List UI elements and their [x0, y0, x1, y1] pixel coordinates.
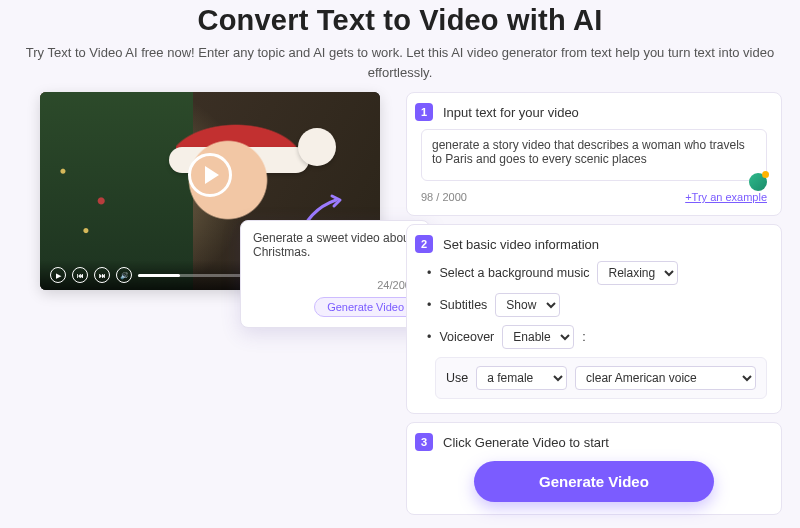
tooltip-generate-button[interactable]: Generate Video [314, 297, 417, 317]
subtitles-select[interactable]: Show [495, 293, 560, 317]
step1-panel: 1 Input text for your video 98 / 2000 +T… [406, 92, 782, 216]
voice-config-row: Use a female clear American voice [435, 357, 767, 399]
page-subtitle: Try Text to Video AI free now! Enter any… [10, 43, 790, 82]
rewind-icon[interactable]: ⏮ [72, 267, 88, 283]
tooltip-counter: 24/2000 [253, 279, 417, 291]
voiceover-colon: : [582, 330, 585, 344]
preview-column: ▶ ⏮ ⏭ 🔊 Generate a sweet video about Chr… [40, 92, 380, 515]
generate-video-button[interactable]: Generate Video [474, 461, 714, 502]
voiceover-select[interactable]: Enable [502, 325, 574, 349]
voice-gender-select[interactable]: a female [476, 366, 567, 390]
forward-icon[interactable]: ⏭ [94, 267, 110, 283]
voiceover-label: Voiceover [439, 330, 494, 344]
ai-avatar-icon [749, 173, 767, 191]
step3-panel: 3 Click Generate Video to start Generate… [406, 422, 782, 515]
prompt-input[interactable] [421, 129, 767, 181]
step3-label: Click Generate Video to start [443, 435, 609, 450]
voice-accent-select[interactable]: clear American voice [575, 366, 756, 390]
use-label: Use [446, 371, 468, 385]
step2-label: Set basic video information [443, 237, 599, 252]
step3-badge: 3 [415, 433, 433, 451]
tooltip-text: Generate a sweet video about Christmas. [253, 231, 417, 259]
music-select[interactable]: Relaxing [597, 261, 678, 285]
play-button-icon[interactable]: ▶ [50, 267, 66, 283]
example-tooltip: Generate a sweet video about Christmas. … [240, 220, 430, 328]
step2-badge: 2 [415, 235, 433, 253]
step2-panel: 2 Set basic video information Select a b… [406, 224, 782, 414]
char-counter: 98 / 2000 [421, 191, 467, 203]
step1-label: Input text for your video [443, 105, 579, 120]
music-label: Select a background music [439, 266, 589, 280]
volume-icon[interactable]: 🔊 [116, 267, 132, 283]
step1-badge: 1 [415, 103, 433, 121]
play-icon[interactable] [188, 153, 232, 197]
try-example-link[interactable]: +Try an example [685, 191, 767, 203]
page-title: Convert Text to Video with AI [10, 4, 790, 37]
subtitles-label: Subtitles [439, 298, 487, 312]
